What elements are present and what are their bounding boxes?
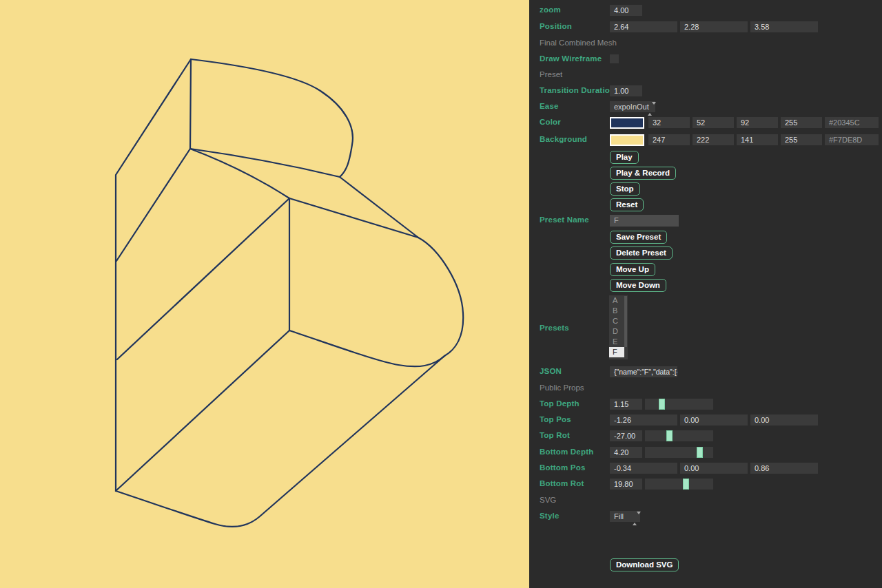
background-swatch[interactable] xyxy=(610,134,644,146)
bottom-pos-y-field[interactable]: 0.00 xyxy=(680,463,748,474)
row-transition-duration: Transition Duration 1.00 xyxy=(529,85,882,98)
row-svg-header: SVG xyxy=(529,495,882,507)
background-r-field[interactable]: 247 xyxy=(648,134,690,145)
move-up-button[interactable]: Move Up xyxy=(610,263,655,276)
control-panel: zoom 4.00 Position 2.64 2.28 3.58 Final … xyxy=(529,0,882,588)
color-g-field[interactable]: 52 xyxy=(693,117,734,128)
zoom-label: zoom xyxy=(540,6,561,14)
presets-scrollbar[interactable] xyxy=(624,296,627,347)
top-pos-x-field[interactable]: -1.26 xyxy=(610,414,677,426)
reset-button[interactable]: Reset xyxy=(610,198,644,211)
row-top-pos: Top Pos -1.26 0.00 0.00 xyxy=(529,414,882,427)
row-bottom-pos: Bottom Pos -0.34 0.00 0.86 xyxy=(529,463,882,475)
move-down-button[interactable]: Move Down xyxy=(610,279,666,292)
delete-preset-button[interactable]: Delete Preset xyxy=(610,246,673,260)
viewport-background xyxy=(0,0,529,588)
bottom-rot-slider-handle[interactable] xyxy=(683,479,689,490)
json-field[interactable]: {"name":"F","data":[{ xyxy=(610,366,677,377)
style-label: Style xyxy=(540,512,560,520)
select-arrows-icon xyxy=(633,513,638,524)
row-preset-name: Preset Name F xyxy=(529,215,882,227)
preset-name-input[interactable]: F xyxy=(610,215,679,227)
preset-name-label: Preset Name xyxy=(540,216,589,224)
row-draw-wireframe: Draw Wireframe xyxy=(529,54,882,66)
preset-list-item-selected[interactable]: F xyxy=(609,347,624,357)
position-y-field[interactable]: 2.28 xyxy=(680,21,748,32)
select-arrows-icon xyxy=(648,103,653,114)
bottom-rot-label: Bottom Rot xyxy=(540,479,584,487)
bottom-depth-label: Bottom Depth xyxy=(540,448,593,456)
row-mesh-header: Final Combined Mesh xyxy=(529,38,882,50)
row-bottom-rot: Bottom Rot 19.80 xyxy=(529,479,882,491)
bottom-rot-field[interactable]: 19.80 xyxy=(610,479,642,490)
row-zoom: zoom 4.00 xyxy=(529,5,882,17)
top-pos-y-field[interactable]: 0.00 xyxy=(680,414,748,426)
bottom-pos-label: Bottom Pos xyxy=(540,463,586,472)
top-pos-z-field[interactable]: 0.00 xyxy=(750,414,818,426)
preset-section-header: Preset xyxy=(540,70,562,78)
bottom-pos-z-field[interactable]: 0.86 xyxy=(750,463,818,474)
top-depth-slider-handle[interactable] xyxy=(659,399,665,410)
bottom-depth-slider[interactable] xyxy=(645,447,713,458)
preset-list-item[interactable]: A2 xyxy=(609,357,628,359)
edge-apex-vertical xyxy=(190,59,191,149)
position-x-field[interactable]: 2.64 xyxy=(610,21,677,32)
draw-wireframe-label: Draw Wireframe xyxy=(540,54,602,63)
play-record-button[interactable]: Play & Record xyxy=(610,167,676,180)
row-color: Color 32 52 92 255 #20345C xyxy=(529,117,882,129)
color-r-field[interactable]: 32 xyxy=(648,117,690,128)
background-hex-field[interactable]: #F7DE8D xyxy=(825,134,879,145)
bottom-depth-field[interactable]: 4.20 xyxy=(610,447,642,458)
color-swatch[interactable] xyxy=(610,117,644,129)
top-pos-label: Top Pos xyxy=(540,415,571,423)
color-hex-field[interactable]: #20345C xyxy=(825,117,879,128)
background-g-field[interactable]: 222 xyxy=(693,134,734,145)
zoom-field[interactable]: 4.00 xyxy=(610,5,642,16)
top-rot-slider-handle[interactable] xyxy=(666,430,673,441)
transition-duration-field[interactable]: 1.00 xyxy=(610,85,642,96)
play-button[interactable]: Play xyxy=(610,151,639,164)
bottom-rot-slider[interactable] xyxy=(645,479,713,490)
transition-duration-label: Transition Duration xyxy=(540,86,615,94)
color-b-field[interactable]: 92 xyxy=(737,117,778,128)
wireframe-letter-drawing xyxy=(0,0,529,588)
top-rot-field[interactable]: -27.00 xyxy=(610,430,642,441)
top-depth-field[interactable]: 1.15 xyxy=(610,399,642,410)
presets-listbox[interactable]: A B C D E F A2 xyxy=(609,295,628,359)
public-props-section-header: Public Props xyxy=(540,384,584,392)
background-b-field[interactable]: 141 xyxy=(737,134,778,145)
row-top-rot: Top Rot -27.00 xyxy=(529,430,882,443)
position-label: Position xyxy=(540,22,572,30)
ease-select-value: expoInOut xyxy=(614,103,649,111)
row-top-depth: Top Depth 1.15 xyxy=(529,399,882,411)
ease-select[interactable]: expoInOut xyxy=(610,101,655,112)
background-label: Background xyxy=(540,135,587,143)
color-label: Color xyxy=(540,118,561,126)
background-a-field[interactable]: 255 xyxy=(781,134,822,145)
style-select-value: Fill xyxy=(614,512,624,521)
mesh-section-header: Final Combined Mesh xyxy=(540,39,617,47)
row-style: Style Fill xyxy=(529,511,882,523)
top-rot-slider[interactable] xyxy=(645,430,713,441)
color-a-field[interactable]: 255 xyxy=(781,117,822,128)
top-rot-label: Top Rot xyxy=(540,431,570,439)
bottom-pos-x-field[interactable]: -0.34 xyxy=(610,463,677,474)
row-json: JSON {"name":"F","data":[{ xyxy=(529,366,882,379)
row-background: Background 247 222 141 255 #F7DE8D xyxy=(529,134,882,147)
save-preset-button[interactable]: Save Preset xyxy=(610,231,667,244)
top-depth-slider[interactable] xyxy=(645,399,713,410)
presets-label: Presets xyxy=(540,324,569,332)
style-select[interactable]: Fill xyxy=(610,511,640,522)
svg-section-header: SVG xyxy=(540,496,556,504)
row-ease: Ease expoInOut xyxy=(529,101,882,114)
json-label: JSON xyxy=(540,367,562,375)
position-z-field[interactable]: 3.58 xyxy=(750,21,818,32)
bottom-depth-slider-handle[interactable] xyxy=(697,447,703,458)
row-position: Position 2.64 2.28 3.58 xyxy=(529,21,882,34)
draw-wireframe-checkbox[interactable] xyxy=(610,54,619,63)
download-svg-button[interactable]: Download SVG xyxy=(610,558,679,571)
row-props-header: Public Props xyxy=(529,383,882,395)
stop-button[interactable]: Stop xyxy=(610,182,640,196)
app-window: zoom 4.00 Position 2.64 2.28 3.58 Final … xyxy=(0,0,882,588)
viewport[interactable] xyxy=(0,0,529,588)
